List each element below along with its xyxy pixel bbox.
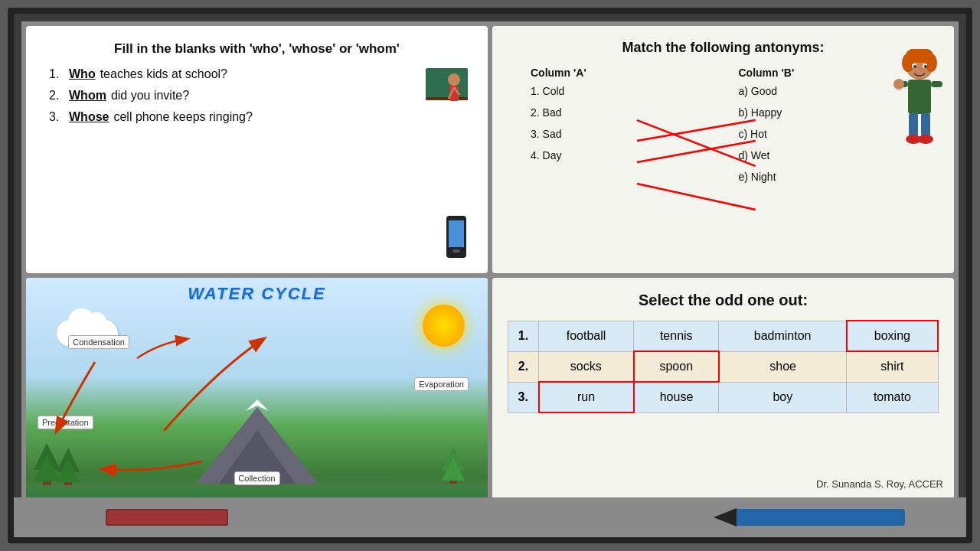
- answer-2: Whom: [69, 89, 106, 103]
- row-1-tennis: tennis: [634, 321, 719, 351]
- col-a-item-3: 3. Sad: [515, 128, 724, 140]
- tree-3: [442, 444, 465, 487]
- svg-rect-1: [426, 97, 468, 100]
- col-a-item-2: 2. Bad: [515, 106, 724, 119]
- col-b-item-d: d) Wet: [724, 149, 932, 161]
- question-1-text: teaches kids at school?: [100, 67, 227, 81]
- pen-body: [737, 509, 905, 526]
- question-2: 2. Whom did you invite?: [49, 89, 472, 103]
- row-3-boy: boy: [719, 382, 847, 412]
- fill-blanks-title: Fill in the blanks with 'who', 'whose' o…: [41, 40, 472, 58]
- odd-one-out-table: 1. football tennis badminton boxing 2. s…: [508, 320, 939, 413]
- svg-rect-8: [452, 249, 460, 253]
- table-row-3: 3. run house boy tomato: [508, 382, 939, 412]
- sun-illustration: [423, 305, 465, 347]
- row-2-shoe: shoe: [719, 351, 847, 382]
- row-1-num: 1.: [508, 321, 539, 351]
- row-1-badminton: badminton: [719, 321, 847, 351]
- col-a-header: Column 'A': [515, 67, 724, 79]
- row-3-run-odd: run: [539, 382, 634, 412]
- match-antonyms-panel: Match the following antonyms:: [492, 26, 954, 273]
- evaporation-label: Evaporation: [414, 377, 469, 391]
- water-cycle-title: WATER CYCLE: [26, 278, 488, 304]
- col-a-item-1: 1. Cold: [515, 85, 724, 97]
- pen-container: [714, 508, 905, 527]
- match-antonyms-title: Match the following antonyms:: [508, 40, 939, 56]
- match-columns: Column 'A' 1. Cold 2. Bad 3. Sad 4. Day …: [508, 67, 939, 192]
- table-row-1: 1. football tennis badminton boxing: [508, 321, 939, 351]
- svg-rect-34: [43, 481, 51, 485]
- collection-label: Collection: [234, 471, 279, 485]
- teacher-illustration: [422, 64, 475, 126]
- water-cycle-panel: WATER CYCLE: [26, 278, 488, 525]
- bottom-bar: [14, 497, 966, 537]
- svg-rect-0: [426, 68, 468, 99]
- odd-one-out-title: Select the odd one out:: [508, 292, 939, 309]
- row-1-boxing-odd: boxing: [847, 321, 938, 351]
- condensation-label: Condensation: [68, 335, 129, 349]
- screen-frame: Fill in the blanks with 'who', 'whose' o…: [8, 8, 972, 543]
- fill-blanks-panel: Fill in the blanks with 'who', 'whose' o…: [26, 26, 488, 273]
- answer-3: Whose: [69, 110, 109, 124]
- row-3-house: house: [634, 382, 719, 412]
- row-2-shirt: shirt: [847, 351, 938, 382]
- pen-tip: [714, 508, 737, 527]
- svg-rect-40: [449, 481, 457, 484]
- column-b: Column 'B' a) Good b) Happy c) Hot d) We…: [724, 67, 932, 192]
- col-b-item-b: b) Happy: [724, 106, 932, 119]
- col-b-item-a: a) Good: [724, 85, 932, 97]
- svg-rect-37: [64, 482, 72, 485]
- row-1-football: football: [539, 321, 634, 351]
- row-2-spoon-odd: spoon: [634, 351, 719, 382]
- answer-1: Who: [69, 67, 96, 81]
- svg-point-2: [448, 73, 460, 86]
- question-3-text: cell phone keeps ringing?: [113, 110, 252, 124]
- row-3-tomato: tomato: [847, 382, 938, 412]
- phone-illustration: [445, 216, 468, 258]
- eraser: [106, 509, 228, 526]
- question-3: 3. Whose cell phone keeps ringing?: [49, 110, 472, 124]
- col-b-item-e: e) Night: [724, 171, 932, 183]
- precipitation-label: Precipitation: [38, 416, 93, 429]
- water-cycle-visual: WATER CYCLE: [26, 278, 488, 525]
- tree-2: [57, 445, 80, 488]
- row-2-socks: socks: [539, 351, 634, 382]
- row-3-num: 3.: [508, 382, 539, 412]
- col-b-items: a) Good b) Happy c) Hot d) Wet e) Night: [724, 85, 932, 183]
- col-a-item-4: 4. Day: [515, 149, 724, 161]
- content-area: Fill in the blanks with 'who', 'whose' o…: [21, 21, 959, 530]
- table-row-2: 2. socks spoon shoe shirt: [508, 351, 939, 382]
- attribution-text: Dr. Sunanda S. Roy, ACCER: [816, 478, 943, 490]
- svg-rect-7: [449, 220, 464, 247]
- question-1: 1. Who teaches kids at school?: [49, 67, 472, 81]
- col-a-items: 1. Cold 2. Bad 3. Sad 4. Day: [515, 85, 724, 161]
- question-2-text: did you invite?: [111, 89, 189, 103]
- column-a: Column 'A' 1. Cold 2. Bad 3. Sad 4. Day: [515, 67, 724, 192]
- col-b-header: Column 'B': [724, 67, 932, 79]
- col-b-item-c: c) Hot: [724, 128, 932, 140]
- row-2-num: 2.: [508, 351, 539, 382]
- fill-blanks-questions: 1. Who teaches kids at school? 2. Whom d…: [41, 67, 472, 124]
